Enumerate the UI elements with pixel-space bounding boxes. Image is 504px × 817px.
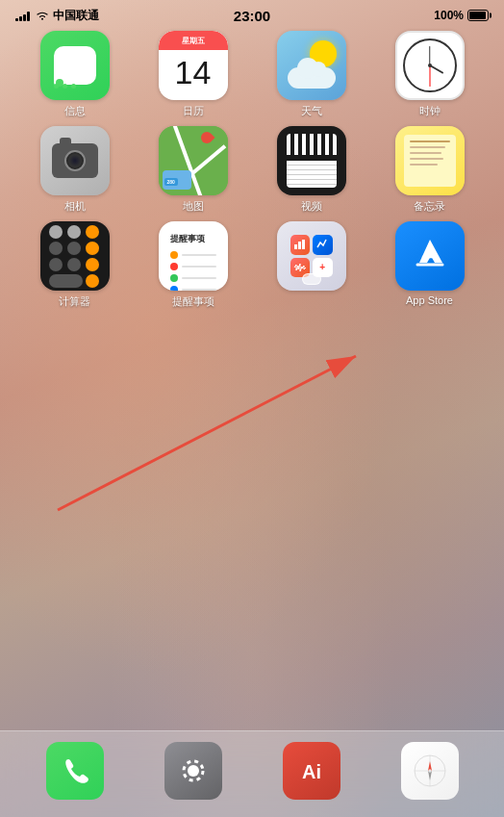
- reminders-inner: 提醒事项: [164, 227, 222, 285]
- app-messages[interactable]: 信息: [22, 31, 128, 118]
- notes-content: [404, 135, 456, 187]
- videos-label: 视频: [301, 199, 322, 214]
- clapperboard-top: [287, 134, 337, 155]
- clapperboard-bottom: [287, 161, 337, 188]
- appstore-label: App Store: [406, 294, 453, 306]
- home-screen: 信息 星期五 14 日历 天气: [0, 27, 504, 309]
- status-time: 23:00: [234, 8, 270, 24]
- svg-point-3: [188, 765, 199, 777]
- calendar-day: 星期五: [159, 31, 228, 50]
- clock-icon[interactable]: [395, 31, 465, 100]
- weather-label: 天气: [301, 104, 322, 118]
- calc-grid: [41, 221, 109, 291]
- dock-app-phone[interactable]: [46, 742, 104, 800]
- camera-icon[interactable]: [40, 126, 110, 195]
- calc-btn-8: [67, 258, 81, 271]
- calculator-label: 计算器: [59, 294, 90, 309]
- clock-center-dot: [428, 64, 432, 67]
- app-clock[interactable]: 时钟: [377, 31, 483, 118]
- folder-toggle: [302, 273, 321, 285]
- app-calendar[interactable]: 星期五 14 日历: [140, 31, 246, 118]
- clock-sec-hand: [429, 65, 430, 87]
- messages-icon[interactable]: [40, 31, 110, 100]
- status-left: 中国联通: [15, 8, 99, 24]
- calc-btn-6: [86, 242, 99, 255]
- calc-btn-7: [49, 258, 63, 271]
- app-calculator[interactable]: 计算器: [22, 221, 128, 309]
- dock: Ai: [0, 730, 504, 817]
- videos-icon[interactable]: [277, 126, 346, 195]
- notes-label: 备忘录: [414, 199, 445, 214]
- status-bar: 中国联通 23:00 100%: [0, 0, 504, 27]
- calculator-icon[interactable]: [40, 221, 110, 291]
- maps-icon[interactable]: 280: [159, 126, 228, 195]
- svg-text:Ai: Ai: [302, 761, 321, 782]
- notes-icon[interactable]: [395, 126, 465, 195]
- calc-btn-5: [67, 242, 81, 255]
- status-right: 100%: [434, 9, 489, 22]
- calc-btn-0: [49, 274, 83, 288]
- app-reminders[interactable]: 提醒事项: [140, 221, 246, 309]
- phone-icon: [59, 754, 91, 787]
- icon-row-1: 信息 星期五 14 日历 天气: [15, 31, 489, 118]
- app-weather[interactable]: 天气: [259, 31, 365, 118]
- reminders-label: 提醒事项: [172, 294, 214, 309]
- carrier-text: 中国联通: [53, 8, 99, 24]
- calc-btn-1: [49, 225, 63, 239]
- camera-body: [52, 143, 98, 178]
- app-folder[interactable]: +: [259, 221, 365, 309]
- icon-row-2: 相机 280 地图: [15, 126, 489, 214]
- settings-icon: [177, 754, 210, 787]
- safari-icon: [413, 753, 447, 788]
- clock-min-hand: [429, 46, 431, 65]
- calendar-date: 14: [175, 56, 212, 89]
- app-notes[interactable]: 备忘录: [377, 126, 483, 214]
- calendar-icon[interactable]: 星期五 14: [159, 31, 228, 100]
- clock-label: 时钟: [419, 104, 441, 118]
- icon-row-3: 计算器 提醒事项: [15, 221, 489, 309]
- calendar-label: 日历: [183, 104, 204, 118]
- app-camera[interactable]: 相机: [22, 126, 128, 214]
- battery-icon-container: [467, 10, 489, 21]
- clock-face: [403, 38, 457, 92]
- weather-icon[interactable]: [277, 31, 346, 100]
- calc-btn-eq: [86, 274, 99, 288]
- svg-point-0: [41, 18, 43, 20]
- calc-btn-3: [86, 225, 99, 239]
- adobe-icon: Ai: [294, 753, 329, 788]
- appstore-a-symbol: [408, 234, 452, 278]
- app-appstore[interactable]: App Store: [377, 221, 483, 309]
- appstore-icon[interactable]: [395, 221, 465, 291]
- folder-label: [310, 294, 313, 306]
- app-videos[interactable]: 视频: [259, 126, 365, 214]
- maps-label: 地图: [183, 199, 204, 214]
- signal-bars: [15, 10, 30, 21]
- battery-percent: 100%: [434, 9, 464, 22]
- camera-lens: [64, 150, 86, 171]
- reminders-icon[interactable]: 提醒事项: [159, 221, 228, 291]
- dock-app-adobe[interactable]: Ai: [283, 742, 340, 800]
- calc-btn-9: [86, 258, 99, 271]
- calc-btn-2: [67, 225, 81, 239]
- dock-app-safari[interactable]: [401, 742, 459, 800]
- dock-app-settings[interactable]: [164, 742, 222, 800]
- folder-icon[interactable]: +: [277, 221, 346, 291]
- weather-cloud: [288, 67, 336, 89]
- calc-btn-4: [49, 242, 63, 255]
- camera-label: 相机: [64, 199, 86, 214]
- messages-label: 信息: [64, 104, 86, 118]
- app-maps[interactable]: 280 地图: [140, 126, 246, 214]
- wifi-icon: [36, 11, 49, 20]
